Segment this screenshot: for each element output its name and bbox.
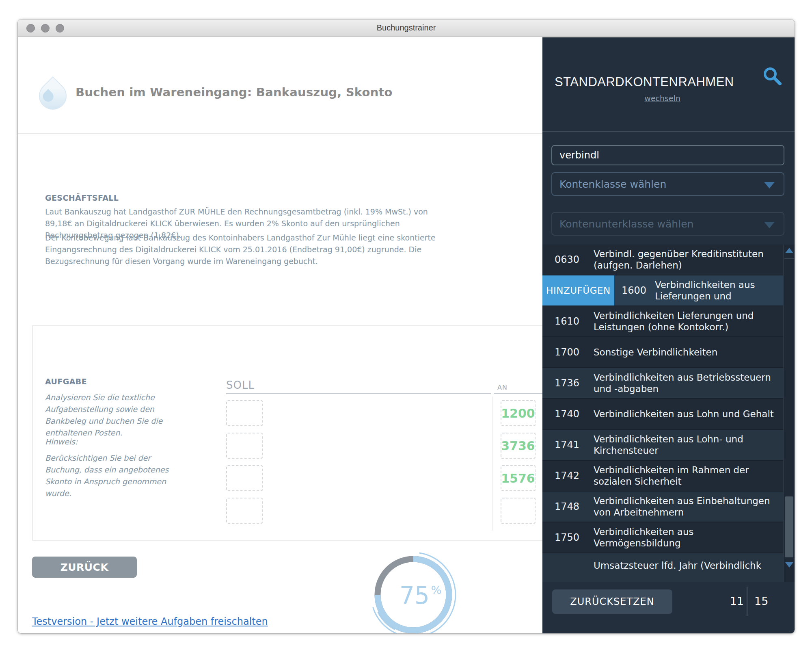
account-label: Verbindl. gegenüber Kreditinstituten (au…: [594, 248, 783, 271]
account-search-input[interactable]: [551, 145, 784, 165]
scroll-down-icon[interactable]: [785, 562, 793, 568]
page-title: Buchen im Wareneingang: Bankauszug, Skon…: [76, 85, 393, 99]
kontenunterklasse-select-label: Kontenunterklasse wählen: [559, 218, 693, 230]
account-label: Verbindlichkeiten aus Einbehaltungen von…: [594, 495, 783, 518]
account-row[interactable]: 1740Verbindlichkeiten aus Lohn und Gehal…: [542, 399, 783, 430]
an-drop-box[interactable]: 1200: [501, 400, 536, 426]
scrollbar-thumb[interactable]: [785, 496, 793, 557]
account-code: 1741: [555, 439, 583, 451]
account-row[interactable]: HINZUFÜGEN1600Verbindlichkeiten aus Lief…: [542, 275, 783, 306]
list-scrollbar[interactable]: [783, 245, 795, 582]
result-count-current: 11: [724, 595, 744, 607]
account-label: Verbindlichkeiten aus Lohn und Gehalt: [594, 408, 774, 420]
account-row[interactable]: 0630Verbindl. gegenüber Kreditinstituten…: [542, 245, 783, 275]
account-result-list: 0630Verbindl. gegenüber Kreditinstituten…: [542, 245, 783, 582]
aufgabe-paragraph-2: Berücksichtigen Sie bei der Buchung, das…: [45, 452, 179, 499]
account-code: 1740: [555, 408, 583, 420]
search-icon[interactable]: [762, 66, 783, 87]
account-code: 1700: [555, 347, 583, 358]
titlebar: Buchungstrainer: [18, 20, 795, 37]
an-drop-box[interactable]: 3736: [501, 433, 536, 459]
an-account-value: 1200: [501, 406, 535, 420]
chevron-down-icon: [764, 182, 775, 188]
progress-percent-text: 75%: [400, 582, 441, 609]
account-label: Verbindlichkeiten aus Lohn- und Kirchens…: [594, 433, 783, 456]
result-count-divider: [747, 587, 747, 616]
account-code: 1742: [555, 470, 583, 481]
account-row[interactable]: 1700Sonstige Verbindlichkeiten: [542, 337, 783, 368]
account-label: Sonstige Verbindlichkeiten: [594, 347, 717, 358]
an-drop-box[interactable]: 1576: [501, 465, 536, 491]
window-title: Buchungstrainer: [18, 23, 795, 32]
account-code: 1750: [555, 532, 583, 543]
soll-drop-box[interactable]: [226, 465, 263, 491]
account-label: Verbindlichkeiten im Rahmen der sozialen…: [594, 464, 783, 487]
account-code: 1736: [555, 377, 583, 389]
aufgabe-heading: AUFGABE: [45, 377, 87, 386]
soll-drop-box[interactable]: [226, 400, 263, 426]
an-account-value: 1576: [501, 471, 535, 485]
zuruecksetzen-button[interactable]: ZURÜCKSETZEN: [552, 589, 672, 614]
account-row[interactable]: 1736Verbindlichkeiten aus Betriebssteuer…: [542, 368, 783, 399]
account-label: Verbindlichkeiten Lieferungen und Leistu…: [594, 310, 783, 333]
result-count-total: 15: [754, 595, 768, 607]
soll-column-header: SOLL: [226, 379, 255, 391]
an-column-header: AN: [497, 384, 508, 391]
account-code: 0630: [555, 254, 583, 265]
main-content: Buchen im Wareneingang: Bankauszug, Skon…: [18, 37, 795, 633]
kontenrahmen-sidebar: STANDARDKONTENRAHMEN wechseln Kontenklas…: [542, 37, 795, 634]
wechseln-link[interactable]: wechseln: [555, 94, 680, 103]
an-drop-box[interactable]: [501, 498, 536, 524]
account-row[interactable]: 1750Verbindlichkeiten aus Vermögensbildu…: [542, 522, 783, 553]
drop-inner-icon: [41, 89, 56, 104]
account-label: Verbindlichkeiten aus Vermögensbildung: [594, 526, 783, 549]
chevron-down-icon: [764, 222, 775, 228]
sidebar-title: STANDARDKONTENRAHMEN: [555, 75, 734, 89]
account-code: 1610: [555, 316, 583, 327]
soll-an-divider: [492, 396, 492, 531]
geschaeftsfall-paragraph-2: Der Kontobewegung laut Bankauszug des Ko…: [45, 232, 451, 267]
an-underline: [494, 393, 546, 394]
account-row[interactable]: 1610Verbindlichkeiten Lieferungen und Le…: [542, 306, 783, 337]
header-divider: [18, 133, 542, 134]
hinzufuegen-button[interactable]: HINZUFÜGEN: [542, 275, 614, 306]
soll-drop-box[interactable]: [226, 498, 263, 524]
scroll-up-icon[interactable]: [785, 248, 793, 253]
account-label: Umsatzsteuer lfd. Jahr (Verbindlichk: [594, 560, 761, 571]
account-label: Verbindlichkeiten aus Betriebssteuern un…: [594, 372, 783, 394]
kontenklasse-select-label: Kontenklasse wählen: [559, 178, 666, 190]
geschaeftsfall-heading: GESCHÄFTSFALL: [45, 193, 119, 202]
aufgabe-hinweis-label: Hinweis:: [45, 436, 179, 448]
account-row[interactable]: 1742Verbindlichkeiten im Rahmen der sozi…: [542, 461, 783, 492]
an-account-value: 3736: [501, 439, 535, 453]
account-code: 1748: [555, 501, 583, 512]
account-code: 1600: [622, 285, 650, 296]
account-row[interactable]: Umsatzsteuer lfd. Jahr (Verbindlichk: [542, 553, 783, 582]
kontenklasse-select[interactable]: Kontenklasse wählen: [551, 172, 784, 196]
account-row[interactable]: 1741Verbindlichkeiten aus Lohn- und Kirc…: [542, 430, 783, 461]
account-label: Verbindlichkeiten aus Lieferungen und: [655, 279, 777, 302]
kontenunterklasse-select[interactable]: Kontenunterklasse wählen: [551, 212, 784, 236]
sidebar-divider: [542, 131, 795, 132]
soll-drop-box[interactable]: [226, 433, 263, 459]
app-logo-drop-icon: [33, 76, 72, 115]
soll-underline: [226, 393, 491, 394]
scrollbar-separator: [784, 258, 794, 259]
aufgabe-paragraph-1: Analysieren Sie die textliche Aufgabenst…: [45, 392, 179, 439]
zurueck-button[interactable]: ZURÜCK: [32, 557, 137, 578]
progress-ring: 75%: [361, 542, 466, 634]
testversion-link[interactable]: Testversion - Jetzt weitere Aufgaben fre…: [32, 616, 268, 627]
account-row[interactable]: 1748Verbindlichkeiten aus Einbehaltungen…: [542, 492, 783, 522]
app-window: Buchungstrainer Buchen im Wareneingang: …: [17, 19, 795, 634]
